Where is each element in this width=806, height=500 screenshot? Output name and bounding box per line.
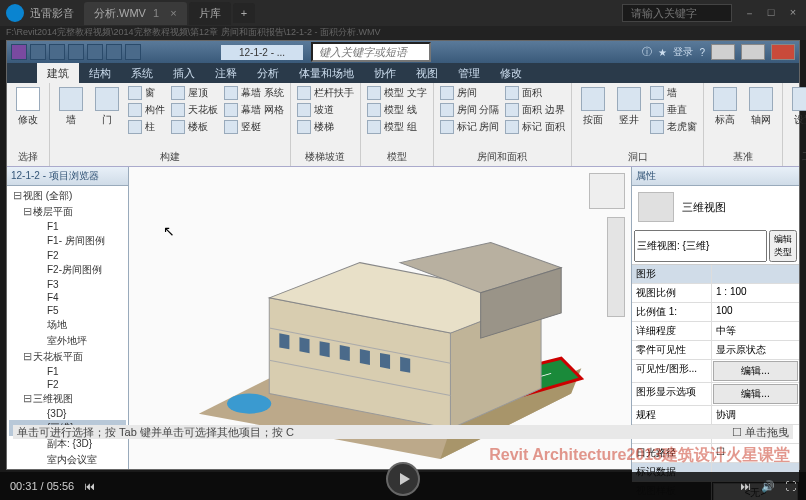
column-button[interactable]: 柱	[126, 119, 167, 135]
property-row[interactable]: 规程协调	[632, 406, 799, 425]
tree-item[interactable]: 室外地坪	[9, 333, 126, 349]
player-search-input[interactable]	[622, 4, 732, 22]
viewport-3d[interactable]: ↖	[129, 167, 631, 469]
player-tab-active[interactable]: 分析.WMV 1 ×	[84, 2, 187, 25]
revit-minimize-icon[interactable]	[711, 44, 735, 60]
view-cube-icon[interactable]	[589, 173, 625, 209]
tree-item[interactable]: F2	[9, 378, 126, 391]
tree-item[interactable]: F3	[9, 278, 126, 291]
model-text-button[interactable]: 模型 文字	[365, 85, 429, 101]
property-row[interactable]: 比例值 1:100	[632, 303, 799, 322]
tree-item[interactable]: F2-房间图例	[9, 262, 126, 278]
property-row[interactable]: 零件可见性显示原状态	[632, 341, 799, 360]
maximize-icon[interactable]: □	[764, 6, 778, 20]
window-button[interactable]: 窗	[126, 85, 167, 101]
wall-button[interactable]: 墙	[54, 85, 88, 129]
tree-item[interactable]: F1- 房间图例	[9, 233, 126, 249]
tree-item[interactable]: ⊟楼层平面	[9, 204, 126, 220]
tag-area-button[interactable]: 标记 面积	[503, 119, 567, 135]
ramp-button[interactable]: 坡道	[295, 102, 356, 118]
ribbon-tab-插入[interactable]: 插入	[163, 63, 205, 83]
wall-opening-button[interactable]: 墙	[648, 85, 699, 101]
model-group-button[interactable]: 模型 组	[365, 119, 429, 135]
login-button[interactable]: 登录	[673, 45, 693, 59]
tree-item[interactable]: 室内会议室	[9, 452, 126, 468]
player-tab-library[interactable]: 片库	[189, 2, 231, 25]
property-row[interactable]: 图形	[632, 265, 799, 284]
area-boundary-button[interactable]: 面积 边界	[503, 102, 567, 118]
qat-more-icon[interactable]	[125, 44, 141, 60]
edit-type-button[interactable]: 编辑类型	[769, 230, 797, 262]
qat-print-icon[interactable]	[106, 44, 122, 60]
set-button[interactable]: 设置	[787, 85, 806, 129]
tree-item[interactable]: F1	[9, 220, 126, 233]
stair-button[interactable]: 楼梯	[295, 119, 356, 135]
close-icon[interactable]: ×	[170, 7, 176, 19]
volume-icon[interactable]: 🔊	[761, 480, 775, 493]
title-search-input[interactable]	[311, 42, 431, 62]
ribbon-tab-管理[interactable]: 管理	[448, 63, 490, 83]
ribbon-tab-视图[interactable]: 视图	[406, 63, 448, 83]
ribbon-tab-结构[interactable]: 结构	[79, 63, 121, 83]
next-track-icon[interactable]: ⏭	[740, 480, 751, 492]
ribbon-tab-修改[interactable]: 修改	[490, 63, 532, 83]
star-icon[interactable]: ★	[658, 47, 667, 58]
ribbon-tab-协作[interactable]: 协作	[364, 63, 406, 83]
player-tab-add[interactable]: +	[233, 3, 255, 23]
minimize-icon[interactable]: －	[742, 6, 756, 20]
ribbon-tab-建筑[interactable]: 建筑	[37, 63, 79, 83]
help-icon[interactable]: ?	[699, 47, 705, 58]
level-button[interactable]: 标高	[708, 85, 742, 129]
qat-undo-icon[interactable]	[68, 44, 84, 60]
qat-save-icon[interactable]	[49, 44, 65, 60]
close-icon[interactable]: ×	[786, 6, 800, 20]
tree-item[interactable]: F4	[9, 291, 126, 304]
component-button[interactable]: 构件	[126, 102, 167, 118]
type-selector-input[interactable]	[634, 230, 767, 262]
roof-button[interactable]: 屋顶	[169, 85, 220, 101]
ribbon-tab-体量和场地[interactable]: 体量和场地	[289, 63, 364, 83]
ribbon-tab-系统[interactable]: 系统	[121, 63, 163, 83]
tag-room-button[interactable]: 标记 房间	[438, 119, 502, 135]
curtain-grid-button[interactable]: 幕墙 网格	[222, 102, 286, 118]
shaft-button[interactable]: 竖井	[612, 85, 646, 129]
ribbon-tab-分析[interactable]: 分析	[247, 63, 289, 83]
model-line-button[interactable]: 模型 线	[365, 102, 429, 118]
grid-button[interactable]: 轴网	[744, 85, 778, 129]
tree-item[interactable]: ⊟三维视图	[9, 391, 126, 407]
tree-item[interactable]: 场地	[9, 317, 126, 333]
prev-track-icon[interactable]: ⏮	[84, 480, 95, 492]
vertical-opening-button[interactable]: 垂直	[648, 102, 699, 118]
railing-button[interactable]: 栏杆扶手	[295, 85, 356, 101]
play-button[interactable]	[386, 462, 420, 496]
room-separator-button[interactable]: 房间 分隔	[438, 102, 502, 118]
modify-button[interactable]: 修改	[11, 85, 45, 129]
tree-item[interactable]: {3D}	[9, 407, 126, 420]
tree-item[interactable]: F5	[9, 304, 126, 317]
property-row[interactable]: 可见性/图形...编辑...	[632, 360, 799, 383]
tree-item[interactable]: F2	[9, 249, 126, 262]
revit-close-icon[interactable]	[771, 44, 795, 60]
info-icon[interactable]: ⓘ	[642, 45, 652, 59]
room-button[interactable]: 房间	[438, 85, 502, 101]
ceiling-button[interactable]: 天花板	[169, 102, 220, 118]
tree-item[interactable]: F1	[9, 365, 126, 378]
dormer-button[interactable]: 老虎窗	[648, 119, 699, 135]
qat-open-icon[interactable]	[30, 44, 46, 60]
property-row[interactable]: 图形显示选项编辑...	[632, 383, 799, 406]
revit-restore-icon[interactable]	[741, 44, 765, 60]
by-face-button[interactable]: 按面	[576, 85, 610, 129]
app-menu-icon[interactable]	[11, 44, 27, 60]
property-row[interactable]: 视图比例1 : 100	[632, 284, 799, 303]
floor-button[interactable]: 楼板	[169, 119, 220, 135]
tree-item[interactable]: ⊟视图 (全部)	[9, 188, 126, 204]
mullion-button[interactable]: 竖梃	[222, 119, 286, 135]
navigation-bar-icon[interactable]	[607, 217, 625, 317]
tree-item[interactable]: ⊟天花板平面	[9, 349, 126, 365]
property-row[interactable]: 详细程度中等	[632, 322, 799, 341]
door-button[interactable]: 门	[90, 85, 124, 129]
ribbon-tab-注释[interactable]: 注释	[205, 63, 247, 83]
area-button[interactable]: 面积	[503, 85, 567, 101]
qat-redo-icon[interactable]	[87, 44, 103, 60]
fullscreen-icon[interactable]: ⛶	[785, 480, 796, 492]
